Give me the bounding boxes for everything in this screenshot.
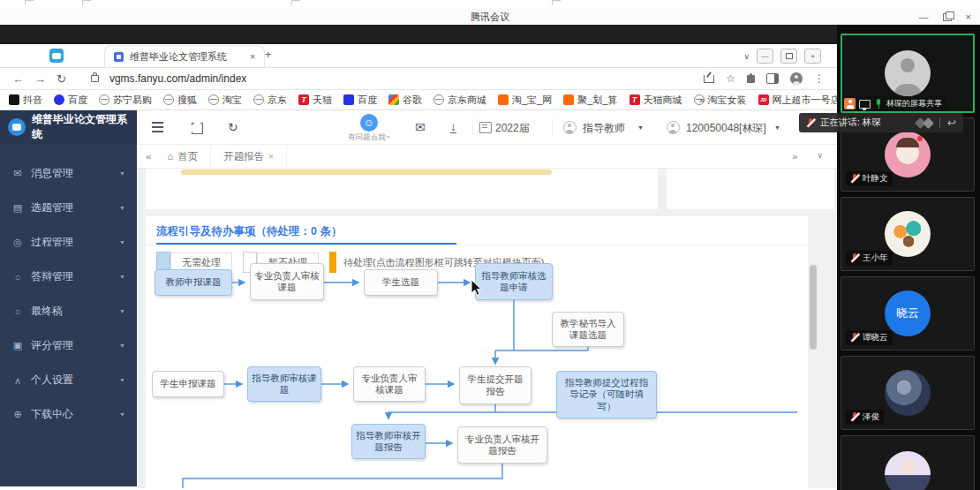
restore-icon[interactable]: [943, 13, 952, 21]
app-main: ↻ ☺ 有问题点我~ ✉ ↓ 2022届 指导教师 ▼ 120050048[林琛…: [137, 110, 837, 486]
bookmarks-overflow-icon[interactable]: »: [699, 94, 705, 105]
bookmark-item[interactable]: 谷歌: [388, 94, 422, 107]
bookmark-item[interactable]: 京东: [253, 94, 287, 107]
bookmark-item[interactable]: 百度: [343, 94, 377, 107]
refresh-icon[interactable]: ↻: [228, 120, 238, 134]
flow-box[interactable]: 学生提交开题报告: [459, 366, 531, 404]
flow-box[interactable]: 专业负责人审核课题: [250, 263, 324, 300]
browser-app-icon[interactable]: [49, 49, 64, 63]
scrollbar-track[interactable]: [810, 216, 817, 488]
expand-tabs-icon[interactable]: »: [792, 151, 797, 162]
menu-more-icon[interactable]: ⋮: [814, 72, 825, 85]
chevron-down-icon: ▼: [119, 308, 125, 314]
bookmark-item[interactable]: 搜狐: [163, 94, 197, 107]
flow-box[interactable]: 专业负责人审核课题: [353, 366, 426, 402]
participant-tile[interactable]: 晓云 谭晓云: [841, 276, 975, 351]
chevron-down-icon[interactable]: ▼: [637, 124, 644, 131]
grade-label[interactable]: 2022届: [495, 121, 530, 136]
chevron-down-icon[interactable]: ∨: [743, 52, 750, 61]
close-icon[interactable]: ×: [268, 152, 274, 162]
chevron-down-icon[interactable]: ∨: [817, 151, 823, 162]
sidebar-item-score[interactable]: ▣评分管理▼: [0, 328, 137, 363]
document-icon: ▣: [11, 340, 24, 351]
new-tab-button[interactable]: +: [265, 48, 272, 61]
sidebar-menu: ✉消息管理▼ ▤选题管理▼ ◎过程管理▼ ○答辩管理▼ ○最终稿▼ ▣评分管理▼…: [0, 156, 137, 432]
profile-avatar[interactable]: [790, 72, 803, 85]
flow-box[interactable]: 教师申报课题: [155, 269, 232, 296]
background-window-edge: [552, 0, 561, 5]
flow-box[interactable]: 指导教师提交过程指导记录（可随时填写）: [556, 371, 657, 418]
bookmark-item[interactable]: 抖音: [9, 94, 42, 107]
menu-collapse-icon[interactable]: [152, 126, 163, 128]
flow-box[interactable]: 指导教师审核课题: [247, 366, 321, 402]
back-icon[interactable]: ←: [12, 72, 24, 86]
bookmark-item[interactable]: 淘_宝_网: [498, 94, 552, 107]
juhuasuan-icon: [563, 94, 574, 105]
chevron-down-icon[interactable]: ▼: [774, 124, 780, 131]
bookmark-item[interactable]: JD网上超市一号店: [758, 94, 841, 107]
sidebar-item-message[interactable]: ✉消息管理▼: [0, 156, 137, 191]
collapse-tabs-icon[interactable]: «: [146, 151, 151, 162]
help-avatar[interactable]: ☺: [360, 114, 378, 132]
mic-on-icon: [874, 99, 883, 109]
role-select[interactable]: 指导教师: [583, 121, 625, 136]
flow-box[interactable]: 专业负责人审核开题报告: [457, 426, 547, 464]
tab-opening-report[interactable]: 开题报告 ×: [211, 145, 287, 168]
reply-arrow-icon[interactable]: ↩: [947, 117, 956, 129]
bookmark-item[interactable]: 百度: [54, 94, 87, 107]
sidebar-item-defense[interactable]: ○答辩管理▼: [0, 260, 137, 294]
download-icon[interactable]: ↓: [450, 120, 456, 133]
browser-tab[interactable]: 维普毕业论文管理系统 ×: [104, 45, 265, 67]
fullscreen-icon[interactable]: [192, 123, 203, 134]
flow-box[interactable]: 指导教师审核开题报告: [351, 424, 426, 459]
bookmark-item[interactable]: 聚_划_算: [563, 94, 617, 107]
bookmark-item[interactable]: 京东商城: [433, 94, 486, 107]
mic-muted-icon: [850, 253, 859, 263]
app-sidebar: 维普毕业论文管理系统 ✉消息管理▼ ▤选题管理▼ ◎过程管理▼ ○答辩管理▼ ○…: [0, 110, 137, 486]
meeting-logo-icon: [923, 117, 934, 129]
sidebar-item-download[interactable]: ⊕下载中心▼: [0, 397, 137, 432]
globe-icon: [433, 94, 444, 105]
bookmark-star-icon[interactable]: ☆: [726, 72, 735, 85]
participant-tile[interactable]: [841, 435, 975, 490]
sidebar-item-process[interactable]: ◎过程管理▼: [0, 225, 137, 260]
sidebar-item-final[interactable]: ○最终稿▼: [0, 294, 137, 328]
close-icon[interactable]: ×: [966, 11, 971, 22]
share-icon[interactable]: [704, 75, 714, 83]
speaking-banner[interactable]: 正在讲话: 林琛 ↩: [799, 113, 963, 132]
mail-icon[interactable]: ✉: [415, 120, 426, 134]
participant-tile[interactable]: 泽俊: [841, 356, 975, 430]
restore-icon: [786, 53, 793, 59]
bookmark-item[interactable]: 苏宁易购: [99, 94, 152, 107]
baidu-icon: [54, 94, 64, 105]
mouse-cursor: [471, 279, 483, 297]
forward-icon[interactable]: →: [34, 72, 46, 86]
side-panel-icon[interactable]: [766, 73, 779, 84]
screen-share-tile[interactable]: 林琛的屏幕共享: [841, 34, 975, 113]
browser-minimize-button[interactable]: —: [757, 49, 773, 64]
page-content: 流程引导及待办事项（待处理：0 条） 无需处理 暂不处理 待处理(点击流程图形框…: [137, 169, 837, 488]
flow-box[interactable]: 学生申报课题: [152, 371, 224, 397]
sidebar-item-topic[interactable]: ▤选题管理▼: [0, 191, 137, 225]
flow-box[interactable]: 教学秘书导入课题选题: [552, 312, 624, 347]
user-select[interactable]: 120050048[林琛]: [686, 121, 766, 136]
reload-icon[interactable]: ↻: [57, 72, 66, 86]
bookmark-item[interactable]: T天猫: [298, 94, 332, 107]
flow-box[interactable]: 指导教师审核选题申请: [475, 263, 553, 300]
flow-box[interactable]: 学生选题: [364, 269, 438, 296]
tab-close-icon[interactable]: ×: [250, 52, 255, 62]
extensions-icon[interactable]: [747, 75, 755, 83]
scrollbar-thumb[interactable]: [810, 265, 817, 350]
chevron-down-icon: ▼: [119, 411, 125, 418]
participant-tile[interactable]: 王小年: [841, 197, 975, 271]
bookmark-item[interactable]: T天猫商城: [629, 94, 682, 107]
browser-close-button[interactable]: ×: [804, 49, 821, 64]
tmall-icon: T: [298, 94, 309, 105]
bookmark-item[interactable]: 淘宝: [208, 94, 242, 107]
minimize-icon[interactable]: —: [919, 11, 929, 22]
tab-home[interactable]: ⌂ 首页: [155, 145, 211, 168]
monitor-icon: [859, 100, 871, 109]
sidebar-item-profile[interactable]: ʌ个人设置▼: [0, 363, 137, 397]
address-bar[interactable]: vgms.fanyu.com/admin/index: [109, 72, 246, 85]
browser-restore-button[interactable]: [780, 49, 797, 64]
